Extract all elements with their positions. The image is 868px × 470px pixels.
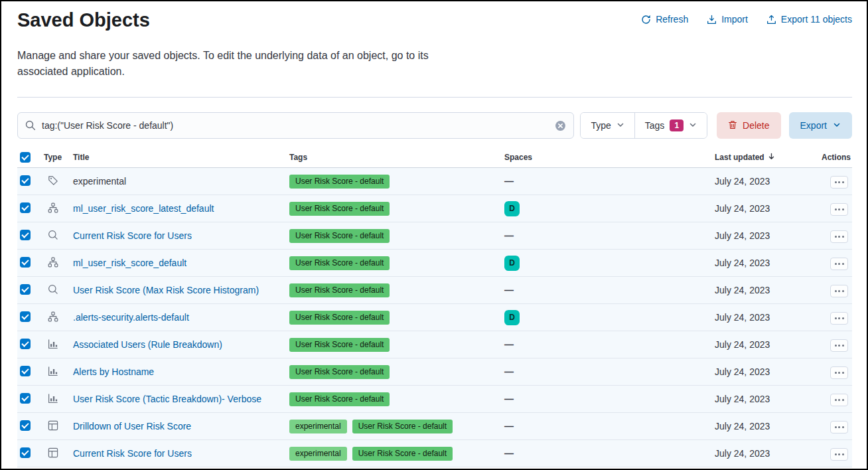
- refresh-button[interactable]: Refresh: [641, 14, 688, 25]
- lens-icon: [48, 284, 58, 297]
- column-header-title[interactable]: Title: [73, 153, 289, 162]
- chevron-down-icon: [689, 120, 697, 131]
- empty-spaces-dash: —: [504, 176, 514, 187]
- row-last-updated: July 24, 2023: [715, 312, 814, 323]
- row-spaces: —: [504, 394, 715, 404]
- row-checkbox[interactable]: [20, 175, 31, 186]
- row-checkbox[interactable]: [20, 366, 31, 376]
- saved-objects-table: Type Title Tags Spaces Last updated Acti…: [17, 147, 852, 467]
- ml-job-icon: [48, 202, 58, 215]
- table-row: experimental User Risk Score - default —…: [17, 168, 852, 195]
- tag-badge[interactable]: User Risk Score - default: [289, 256, 390, 270]
- row-checkbox[interactable]: [20, 202, 31, 213]
- dashboard-icon: [48, 420, 58, 433]
- row-title-link[interactable]: Drilldown of User Risk Score: [73, 421, 191, 431]
- tag-badge[interactable]: User Risk Score - default: [352, 420, 453, 433]
- empty-spaces-dash: —: [504, 366, 514, 377]
- row-last-updated: July 24, 2023: [715, 258, 814, 268]
- search-icon: [25, 120, 36, 131]
- row-spaces: —: [504, 176, 715, 187]
- tags-filter-button[interactable]: Tags 1: [634, 113, 707, 138]
- row-actions-button[interactable]: [830, 421, 848, 433]
- row-actions-button[interactable]: [830, 312, 848, 325]
- export-button[interactable]: Export: [789, 112, 852, 139]
- row-title-link[interactable]: Alerts by Hostname: [73, 366, 154, 377]
- row-actions-button[interactable]: [830, 366, 848, 379]
- ellipsis-icon: [835, 263, 837, 265]
- ellipsis-icon: [835, 453, 837, 455]
- row-title-link[interactable]: Associated Users (Rule Breakdown): [73, 339, 222, 350]
- row-tags: experimentalUser Risk Score - default: [289, 447, 504, 461]
- tag-badge[interactable]: User Risk Score - default: [289, 392, 390, 406]
- clear-search-icon[interactable]: [555, 120, 566, 131]
- tag-badge[interactable]: User Risk Score - default: [289, 365, 390, 379]
- import-button[interactable]: Import: [707, 14, 748, 25]
- table-row: .alerts-security.alerts-default User Ris…: [17, 304, 852, 331]
- column-header-tags[interactable]: Tags: [289, 153, 504, 162]
- row-checkbox[interactable]: [20, 284, 31, 295]
- ml-job-icon: [48, 257, 58, 270]
- row-actions-button[interactable]: [830, 339, 848, 352]
- tag-badge[interactable]: experimental: [289, 447, 347, 461]
- select-all-checkbox[interactable]: [20, 152, 31, 163]
- row-title-link[interactable]: .alerts-security.alerts-default: [73, 312, 189, 323]
- row-spaces: —: [504, 285, 715, 295]
- row-actions-button[interactable]: [830, 394, 848, 406]
- page-title: Saved Objects: [17, 8, 150, 32]
- row-spaces: —: [504, 339, 715, 350]
- trash-icon: [728, 120, 737, 131]
- row-tags: User Risk Score - default: [289, 229, 504, 243]
- delete-button[interactable]: Delete: [717, 112, 780, 139]
- row-tags: experimentalUser Risk Score - default: [289, 420, 504, 433]
- search-input[interactable]: [42, 120, 549, 131]
- column-header-spaces[interactable]: Spaces: [504, 153, 715, 162]
- column-header-type[interactable]: Type: [44, 153, 73, 162]
- tag-badge[interactable]: User Risk Score - default: [289, 311, 390, 325]
- space-badge: D: [504, 256, 520, 271]
- row-actions-button[interactable]: [830, 258, 848, 270]
- row-title-link[interactable]: Current Risk Score for Users: [73, 448, 192, 459]
- row-spaces: D: [504, 201, 715, 216]
- search-box: [17, 112, 574, 139]
- row-title-link[interactable]: Current Risk Score for Users: [73, 230, 192, 241]
- row-title-link[interactable]: User Risk Score (Max Risk Score Histogra…: [73, 285, 259, 295]
- tag-badge[interactable]: User Risk Score - default: [289, 202, 390, 216]
- row-tags: User Risk Score - default: [289, 392, 504, 406]
- row-actions-button[interactable]: [830, 203, 848, 216]
- lens-icon: [48, 230, 58, 242]
- table-row: Associated Users (Rule Breakdown) User R…: [17, 331, 852, 358]
- ellipsis-icon: [835, 399, 837, 401]
- column-header-last-updated[interactable]: Last updated: [715, 152, 814, 163]
- tag-badge[interactable]: User Risk Score - default: [289, 229, 390, 243]
- row-actions-button[interactable]: [830, 176, 848, 189]
- row-checkbox[interactable]: [20, 311, 31, 322]
- row-actions-button[interactable]: [830, 285, 848, 297]
- tag-badge[interactable]: User Risk Score - default: [352, 447, 453, 461]
- row-title-link[interactable]: User Risk Score (Tactic Breakdown)- Verb…: [73, 394, 261, 404]
- row-title-link[interactable]: ml_user_risk_score_default: [73, 258, 186, 268]
- row-checkbox[interactable]: [20, 393, 31, 404]
- ellipsis-icon: [835, 290, 837, 292]
- row-actions-button[interactable]: [830, 230, 848, 243]
- empty-spaces-dash: —: [504, 339, 514, 350]
- row-spaces: D: [504, 310, 715, 325]
- row-checkbox[interactable]: [20, 257, 31, 268]
- type-filter-button[interactable]: Type: [581, 113, 634, 138]
- tag-badge[interactable]: User Risk Score - default: [289, 283, 390, 297]
- row-checkbox[interactable]: [20, 420, 31, 431]
- row-last-updated: July 24, 2023: [715, 285, 814, 295]
- tag-badge[interactable]: User Risk Score - default: [289, 338, 390, 352]
- row-title-link[interactable]: ml_user_risk_score_latest_default: [73, 203, 214, 214]
- type-filter-label: Type: [591, 120, 611, 131]
- export-icon: [766, 15, 776, 25]
- space-badge: D: [504, 201, 520, 216]
- export-all-button[interactable]: Export 11 objects: [766, 14, 852, 25]
- tag-badge[interactable]: User Risk Score - default: [289, 175, 390, 189]
- row-actions-button[interactable]: [830, 448, 848, 461]
- row-checkbox[interactable]: [20, 339, 31, 349]
- row-checkbox[interactable]: [20, 230, 31, 240]
- tag-badge[interactable]: experimental: [289, 420, 347, 433]
- row-tags: User Risk Score - default: [289, 256, 504, 270]
- ml-job-icon: [48, 311, 58, 324]
- row-checkbox[interactable]: [20, 447, 31, 458]
